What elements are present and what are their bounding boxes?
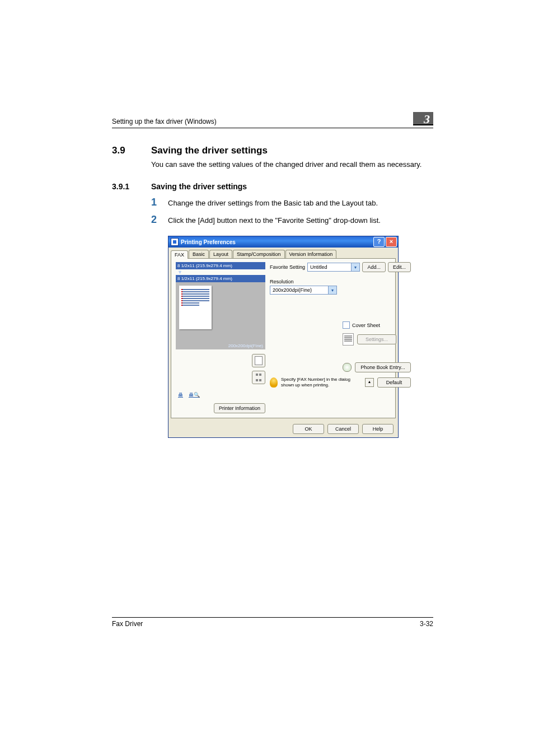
resolution-label: Resolution	[270, 279, 411, 284]
help-button[interactable]: Help	[362, 424, 394, 434]
tab-bar: FAX Basic Layout Stamp/Composition Versi…	[168, 248, 398, 258]
cover-sheet-settings-button: Settings...	[357, 334, 396, 344]
grid-icon	[255, 372, 262, 383]
tab-basic[interactable]: Basic	[189, 250, 209, 258]
tab-version-information[interactable]: Version Information	[285, 250, 337, 258]
preview-view-page-button[interactable]	[252, 354, 265, 367]
preview-view-grid-button[interactable]	[252, 371, 265, 384]
phone-book-entry-button[interactable]: Phone Book Entry...	[355, 362, 411, 372]
favorite-setting-value: Untitled	[308, 264, 351, 270]
preview-mode-label: 200x200dpi(Fine)	[228, 343, 263, 348]
preview-original-size: 8 1/2x11 (215.9x279.4 mm)	[176, 262, 265, 269]
page-thumbnail	[179, 286, 212, 329]
tab-layout[interactable]: Layout	[209, 250, 232, 258]
footer-right: 3-32	[420, 620, 433, 628]
chevron-down-icon: ▾	[328, 286, 336, 294]
step-text: Click the [Add] button next to the "Favo…	[168, 214, 433, 226]
scroll-up-icon[interactable]: ▴	[365, 378, 374, 387]
favorite-setting-label: Favorite Setting	[270, 264, 305, 270]
step-text: Change the driver settings from the Basi…	[168, 197, 433, 208]
window-icon	[171, 238, 179, 246]
dialog-titlebar[interactable]: Printing Preferences ? ×	[168, 236, 398, 248]
section-title: Saving the driver settings	[151, 145, 268, 156]
chevron-down-icon: ▾	[351, 263, 359, 271]
subsection-number: 3.9.1	[112, 182, 151, 191]
hint-text: Specify [FAX Number] in the dialog shown…	[281, 377, 362, 388]
favorite-edit-button[interactable]: Edit...	[388, 262, 411, 272]
favorite-add-button[interactable]: Add...	[362, 262, 386, 272]
down-arrow-icon: ▼	[176, 269, 265, 275]
cancel-button[interactable]: Cancel	[327, 424, 359, 434]
printer-status-icon[interactable]: 🖶	[178, 392, 183, 398]
printer-information-button[interactable]: Printer Information	[214, 403, 265, 413]
tab-fax[interactable]: FAX	[171, 250, 188, 259]
phonebook-icon	[343, 363, 352, 372]
default-button[interactable]: Default	[377, 377, 411, 388]
header-breadcrumb: Setting up the fax driver (Windows)	[112, 118, 217, 125]
checkbox-icon	[343, 321, 350, 329]
section-number: 3.9	[112, 145, 151, 156]
lightbulb-icon	[270, 377, 278, 388]
resolution-dropdown[interactable]: 200x200dpi(Fine) ▾	[270, 286, 337, 295]
preview-output-size: 8 1/2x11 (215.9x279.4 mm)	[176, 275, 265, 282]
ok-button[interactable]: OK	[293, 424, 324, 434]
printing-preferences-dialog: Printing Preferences ? × FAX Basic Layou…	[168, 236, 399, 438]
cover-sheet-checkbox[interactable]: Cover Sheet	[343, 321, 411, 329]
titlebar-close-button[interactable]: ×	[386, 237, 397, 247]
chapter-badge: 3	[413, 112, 433, 125]
titlebar-help-button[interactable]: ?	[373, 237, 385, 247]
dialog-title: Printing Preferences	[181, 239, 236, 245]
favorite-setting-dropdown[interactable]: Untitled ▾	[307, 263, 360, 272]
page-preview: 200x200dpi(Fine)	[176, 282, 265, 349]
printer-search-icon[interactable]: 🖶🔍	[189, 392, 200, 398]
step-number: 1	[151, 197, 168, 208]
cover-sheet-label: Cover Sheet	[352, 323, 380, 328]
footer-left: Fax Driver	[112, 620, 143, 628]
section-body: You can save the setting values of the c…	[151, 160, 433, 170]
resolution-value: 200x200dpi(Fine)	[270, 287, 328, 293]
tab-stamp-composition[interactable]: Stamp/Composition	[233, 250, 285, 258]
subsection-title: Saving the driver settings	[151, 182, 247, 191]
page-icon	[255, 356, 263, 365]
cover-sheet-icon	[343, 333, 354, 346]
step-number: 2	[151, 214, 168, 226]
